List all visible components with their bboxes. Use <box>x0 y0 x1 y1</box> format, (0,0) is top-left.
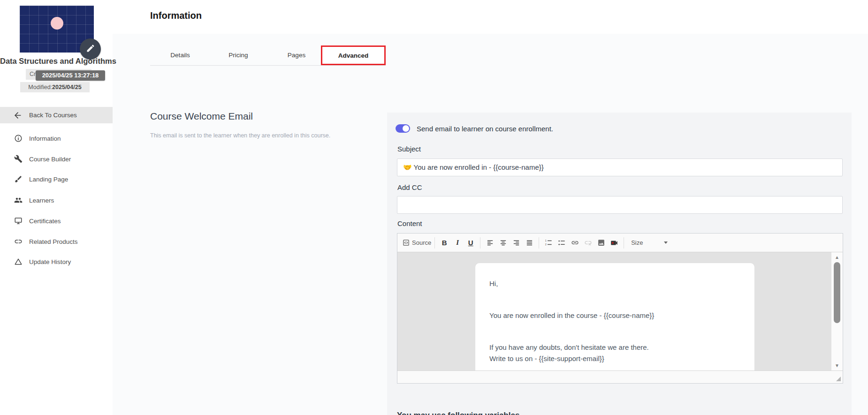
created-tooltip: 2025/04/25 13:27:18 <box>36 70 105 81</box>
modified-badge: Modified:2025/04/25 <box>20 82 90 92</box>
subject-input[interactable] <box>397 158 843 176</box>
warning-triangle-icon <box>14 257 23 266</box>
tab-pricing[interactable]: Pricing <box>228 52 248 59</box>
justify-button[interactable] <box>523 237 535 249</box>
numbered-list-icon: 12 <box>545 239 552 247</box>
svg-text:1: 1 <box>545 239 547 242</box>
sidebar-item-label: Information <box>29 135 61 142</box>
add-cc-input[interactable] <box>397 196 843 214</box>
toolbar-separator <box>624 237 624 249</box>
header-band <box>113 0 868 34</box>
align-center-icon <box>500 239 507 246</box>
scrollbar-thumb[interactable] <box>834 262 840 323</box>
sidebar-item-label: Update History <box>29 258 71 265</box>
rich-text-editor: Source B I U 12 <box>397 233 843 384</box>
remove-link-button[interactable] <box>582 237 594 249</box>
bullet-list-icon <box>558 239 565 247</box>
back-to-courses[interactable]: Back To Courses <box>0 107 113 123</box>
insert-image-button[interactable] <box>595 237 607 249</box>
sidebar-item-label: Related Products <box>29 238 78 245</box>
sidebar-item-learners[interactable]: Learners <box>0 190 113 211</box>
svg-text:2: 2 <box>545 243 547 246</box>
size-dropdown[interactable]: Size <box>627 237 667 249</box>
link-icon <box>14 237 23 246</box>
content-label: Content <box>397 219 422 227</box>
course-title: Data Structures and Algorithms <box>0 57 113 66</box>
underline-button[interactable]: U <box>464 237 477 249</box>
sidebar-item-landing-page[interactable]: Landing Page <box>0 169 113 189</box>
email-line: Write to us on - {{site-support-email}} <box>489 355 604 362</box>
toolbar-separator <box>539 237 539 249</box>
toggle-knob <box>403 125 409 132</box>
align-right-icon <box>513 239 520 246</box>
variables-heading-cutoff: You may use following variables <box>397 411 519 415</box>
sidebar-item-label: Learners <box>29 197 54 204</box>
italic-button[interactable]: I <box>451 237 464 249</box>
source-button[interactable]: Source <box>403 237 431 249</box>
certificate-icon <box>14 217 23 225</box>
source-icon <box>403 239 410 246</box>
link-icon <box>571 239 579 247</box>
video-icon <box>610 239 618 247</box>
align-right-button[interactable] <box>510 237 522 249</box>
align-left-icon <box>487 239 494 246</box>
bold-button[interactable]: B <box>438 237 450 249</box>
editor-body[interactable]: Hi, You are now enrolled in the course -… <box>397 252 843 370</box>
scroll-down-arrow[interactable]: ▼ <box>831 363 843 368</box>
unlink-icon <box>584 239 592 247</box>
resize-handle-icon[interactable] <box>836 377 841 381</box>
section-description: This email is sent to the learner when t… <box>150 132 330 139</box>
sidebar-item-label: Landing Page <box>29 176 68 183</box>
wrench-icon <box>14 155 23 163</box>
image-icon <box>597 239 605 247</box>
modified-label: Modified: <box>28 84 52 91</box>
sidebar-item-certificates[interactable]: Certificates <box>0 211 113 231</box>
insert-link-button[interactable] <box>569 237 581 249</box>
tab-advanced-label: Advanced <box>338 52 369 59</box>
sidebar-item-label: Course Builder <box>29 156 71 163</box>
editor-scrollbar[interactable]: ▲ ▼ <box>831 252 843 370</box>
tab-pages[interactable]: Pages <box>288 52 305 59</box>
people-icon <box>14 196 23 204</box>
sidebar-item-related-products[interactable]: Related Products <box>0 231 113 252</box>
back-to-courses-label: Back To Courses <box>29 112 77 119</box>
sidebar: Data Structures and Algorithms Cre 2025/… <box>0 0 113 415</box>
arrow-left-icon <box>13 111 23 120</box>
chevron-down-icon <box>664 241 668 244</box>
scroll-up-arrow[interactable]: ▲ <box>831 255 843 260</box>
tabs-underline <box>150 65 386 66</box>
page-title: Information <box>150 10 202 21</box>
email-line: Hi, <box>489 279 498 287</box>
email-line: If you have any doubts, don't hesitate w… <box>489 343 649 351</box>
bullet-list-button[interactable] <box>556 237 568 249</box>
sidebar-item-information[interactable]: Information <box>0 128 113 149</box>
editor-footer <box>397 370 843 383</box>
section-title: Course Welcome Email <box>150 111 253 122</box>
tab-details[interactable]: Details <box>170 52 190 59</box>
insert-video-button[interactable] <box>608 237 620 249</box>
tab-advanced[interactable]: Advanced <box>321 45 386 65</box>
email-preview-card: Hi, You are now enrolled in the course -… <box>475 263 755 370</box>
editor-toolbar: Source B I U 12 <box>397 234 843 252</box>
justify-icon <box>526 239 533 246</box>
send-email-toggle[interactable] <box>396 124 410 133</box>
sidebar-item-label: Certificates <box>29 218 61 225</box>
course-admin-page: Data Structures and Algorithms Cre 2025/… <box>0 0 868 415</box>
thumbnail-dot <box>51 17 63 30</box>
brush-icon <box>14 175 23 183</box>
info-icon <box>14 134 23 143</box>
email-line: You are now enrolled in the course - {{c… <box>489 311 654 319</box>
pencil-icon <box>86 44 95 55</box>
align-left-button[interactable] <box>484 237 496 249</box>
sidebar-item-update-history[interactable]: Update History <box>0 251 113 272</box>
size-label: Size <box>631 239 643 246</box>
send-email-toggle-label: Send email to learner on course enrollme… <box>417 125 553 133</box>
subject-label: Subject <box>397 145 421 153</box>
toolbar-separator <box>480 237 480 249</box>
numbered-list-button[interactable]: 12 <box>542 237 555 249</box>
sidebar-item-course-builder[interactable]: Course Builder <box>0 149 113 169</box>
source-label: Source <box>412 239 431 246</box>
modified-date: 2025/04/25 <box>52 84 82 91</box>
toolbar-separator <box>434 237 435 249</box>
align-center-button[interactable] <box>497 237 509 249</box>
